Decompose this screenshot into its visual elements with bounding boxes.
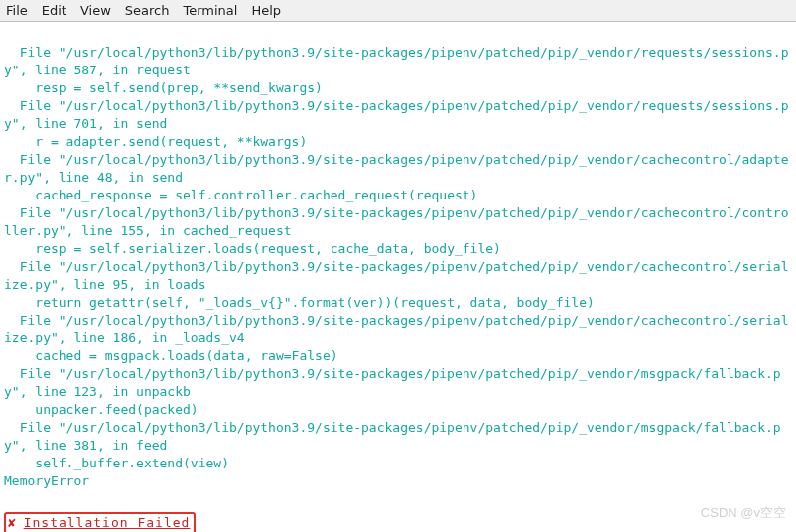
traceback-line: resp = self.serializer.loads(request, ca…	[4, 241, 501, 256]
memory-error: MemoryError	[4, 473, 89, 488]
terminal-output[interactable]: File "/usr/local/python3/lib/python3.9/s…	[0, 22, 796, 532]
traceback-line: File "/usr/local/python3/lib/python3.9/s…	[4, 259, 789, 292]
menu-terminal[interactable]: Terminal	[183, 3, 237, 18]
traceback-line: r = adapter.send(request, **kwargs)	[4, 134, 307, 149]
traceback-line: return getattr(self, "_loads_v{}".format…	[4, 295, 595, 310]
traceback-line: unpacker.feed(packed)	[4, 402, 199, 417]
traceback-line: File "/usr/local/python3/lib/python3.9/s…	[4, 366, 781, 399]
fail-x-icon: ✘	[8, 515, 16, 530]
installation-failed-badge: ✘ Installation Failed	[4, 512, 196, 532]
traceback-line: File "/usr/local/python3/lib/python3.9/s…	[4, 152, 789, 185]
menubar: File Edit View Search Terminal Help	[0, 0, 796, 22]
menu-search[interactable]: Search	[125, 3, 170, 18]
watermark: CSDN @v空空	[701, 504, 786, 522]
traceback-line: cached = msgpack.loads(data, raw=False)	[4, 348, 338, 363]
traceback-line: resp = self.send(prep, **send_kwargs)	[4, 80, 323, 95]
traceback-line: File "/usr/local/python3/lib/python3.9/s…	[4, 98, 789, 131]
menu-file[interactable]: File	[6, 3, 28, 18]
fail-text: Installation Failed	[24, 515, 191, 530]
menu-help[interactable]: Help	[251, 3, 281, 18]
menu-edit[interactable]: Edit	[42, 3, 66, 18]
traceback-line: cached_response = self.controller.cached…	[4, 188, 477, 202]
traceback-line: File "/usr/local/python3/lib/python3.9/s…	[4, 420, 781, 453]
traceback-line: self._buffer.extend(view)	[4, 456, 229, 470]
menu-view[interactable]: View	[80, 3, 111, 18]
traceback-line: File "/usr/local/python3/lib/python3.9/s…	[4, 205, 789, 238]
traceback-line: File "/usr/local/python3/lib/python3.9/s…	[4, 45, 789, 77]
traceback-line: File "/usr/local/python3/lib/python3.9/s…	[4, 313, 789, 345]
